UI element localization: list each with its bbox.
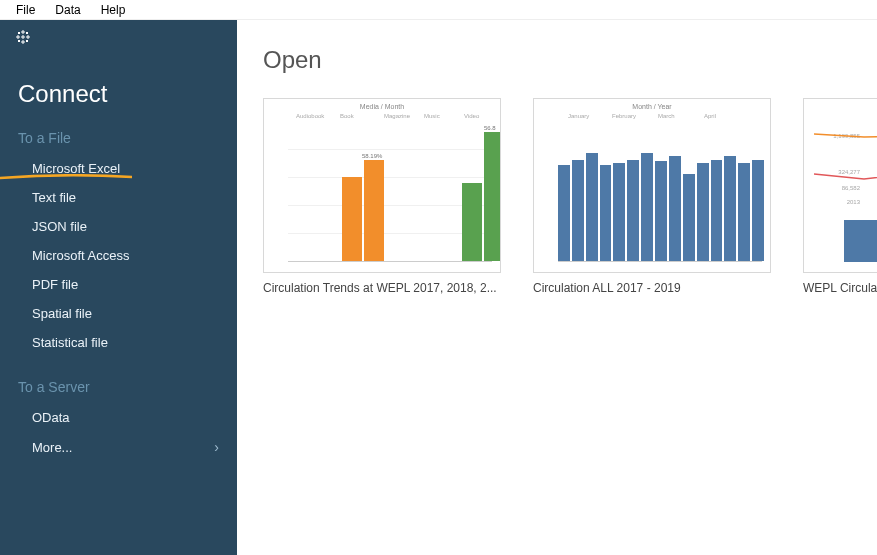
workbook-label: Circulation ALL 2017 - 2019 xyxy=(533,273,771,295)
chart-preview: Media / Month Audiobook Book Magazine Mu… xyxy=(263,98,501,273)
more-label: More... xyxy=(32,440,72,455)
connector-microsoft-excel[interactable]: Microsoft Excel xyxy=(0,154,237,183)
bar-label: 58.19% xyxy=(362,153,382,159)
bar xyxy=(683,174,695,262)
y-tick: 2013 xyxy=(847,199,860,205)
bar xyxy=(655,161,667,261)
bar xyxy=(711,160,723,262)
section-to-a-server: To a Server xyxy=(0,375,237,403)
menu-help[interactable]: Help xyxy=(91,1,136,19)
connector-microsoft-access[interactable]: Microsoft Access xyxy=(0,241,237,270)
bar xyxy=(613,163,625,261)
connector-spatial-file[interactable]: Spatial file xyxy=(0,299,237,328)
sidebar: Connect To a File Microsoft Excel Text f… xyxy=(0,20,237,555)
section-to-a-file: To a File xyxy=(0,126,237,154)
bar xyxy=(697,163,709,261)
open-title: Open xyxy=(263,20,877,98)
workbook-thumbnail[interactable]: Reading Level by Year 1,199,855 324,277 … xyxy=(803,98,877,295)
bar xyxy=(752,160,764,262)
connector-pdf-file[interactable]: PDF file xyxy=(0,270,237,299)
bar xyxy=(724,156,736,261)
month-label: April xyxy=(704,113,716,119)
recent-workbooks: Media / Month Audiobook Book Magazine Mu… xyxy=(263,98,877,295)
connector-odata[interactable]: OData xyxy=(0,403,237,432)
bar xyxy=(586,153,598,262)
bar xyxy=(600,165,612,261)
bar xyxy=(572,160,584,262)
category-label: Magazine xyxy=(384,113,410,119)
chart-title: Reading Level by Year xyxy=(804,103,877,112)
menu-data[interactable]: Data xyxy=(45,1,90,19)
category-label: Book xyxy=(340,113,354,119)
workbook-label: Circulation Trends at WEPL 2017, 2018, 2… xyxy=(263,273,501,295)
connector-statistical-file[interactable]: Statistical file xyxy=(0,328,237,357)
category-label: Music xyxy=(424,113,440,119)
bar-label: 56.8 xyxy=(484,125,496,131)
connect-title: Connect xyxy=(0,58,237,126)
category-label: Video xyxy=(464,113,479,119)
workbook-thumbnail[interactable]: Media / Month Audiobook Book Magazine Mu… xyxy=(263,98,501,295)
workbook-label: WEPL Circula xyxy=(803,273,877,295)
connector-json-file[interactable]: JSON file xyxy=(0,212,237,241)
bar xyxy=(627,160,639,262)
month-label: January xyxy=(568,113,589,119)
main-panel: Open Media / Month Audiobook Book Magazi… xyxy=(237,20,877,555)
chart-preview: Month / Year January February March Apri… xyxy=(533,98,771,273)
chart-preview: Reading Level by Year 1,199,855 324,277 … xyxy=(803,98,877,273)
workbook-thumbnail[interactable]: Month / Year January February March Apri… xyxy=(533,98,771,295)
chevron-right-icon: › xyxy=(214,439,219,455)
month-label: February xyxy=(612,113,636,119)
connector-more[interactable]: More... › xyxy=(0,432,237,462)
bar xyxy=(738,163,750,261)
chart-title: Media / Month xyxy=(264,103,500,110)
bar xyxy=(641,153,653,262)
bar xyxy=(669,156,681,261)
tableau-logo-icon xyxy=(14,28,32,50)
menu-file[interactable]: File xyxy=(6,1,45,19)
category-label: Audiobook xyxy=(296,113,324,119)
bar xyxy=(558,165,570,261)
menubar: File Data Help xyxy=(0,0,877,20)
chart-title: Month / Year xyxy=(534,103,770,110)
connector-text-file[interactable]: Text file xyxy=(0,183,237,212)
month-label: March xyxy=(658,113,675,119)
